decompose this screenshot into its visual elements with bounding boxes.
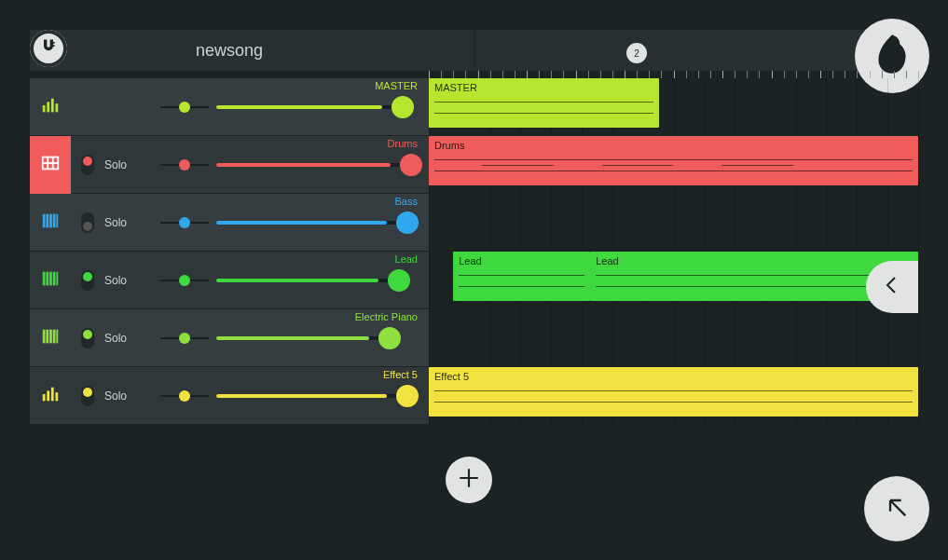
svg-rect-23 [53, 329, 56, 343]
track-name-label: Drums [388, 138, 418, 149]
svg-rect-22 [49, 329, 52, 343]
song-position-marker[interactable]: 2 [626, 43, 647, 63]
track-header-panel: MASTER Solo Drums Solo [30, 78, 429, 425]
menu-button[interactable] [30, 30, 67, 67]
track-name-label: MASTER [375, 80, 418, 91]
svg-rect-0 [52, 42, 54, 44]
track-row: Solo Drums [30, 136, 429, 194]
mixer-icon [40, 95, 61, 119]
pan-slider[interactable] [157, 78, 213, 136]
clip-label: MASTER [434, 82, 477, 93]
svg-rect-4 [51, 98, 54, 112]
timeline-lane[interactable]: Effect 5 [429, 367, 918, 425]
timeline-lane[interactable]: Lead Lead [429, 252, 918, 309]
track-icon-button[interactable] [30, 136, 71, 194]
clip-label: Drums [434, 140, 464, 151]
arrow-up-left-icon [884, 494, 910, 524]
track-icon-button[interactable] [30, 78, 71, 136]
pan-slider[interactable] [157, 136, 213, 194]
svg-rect-20 [43, 329, 46, 343]
chevron-left-icon [881, 274, 903, 300]
timeline-lane[interactable] [429, 309, 918, 367]
svg-rect-14 [56, 213, 58, 227]
keys-icon [40, 326, 61, 350]
clip[interactable]: Drums [429, 136, 918, 185]
track-icon-button[interactable] [30, 309, 71, 367]
panel-collapse-button[interactable] [866, 261, 918, 313]
clip-label: Lead [596, 255, 618, 266]
mixer-icon [40, 384, 61, 408]
track-icon-button[interactable] [30, 367, 71, 425]
svg-rect-27 [51, 387, 54, 401]
track-icon-button[interactable] [30, 252, 71, 309]
timeline-ruler[interactable] [429, 71, 918, 78]
svg-rect-16 [46, 271, 48, 285]
mute-toggle[interactable] [71, 270, 104, 291]
track-name-label: Effect 5 [383, 369, 418, 380]
horseshoe-magnet-icon [39, 37, 58, 60]
svg-rect-25 [43, 394, 46, 401]
solo-button[interactable]: Solo [104, 332, 157, 345]
svg-rect-17 [49, 271, 52, 285]
track-row: Solo Lead [30, 252, 429, 309]
solo-button[interactable]: Solo [104, 389, 157, 403]
solo-button[interactable]: Solo [104, 158, 157, 171]
keys-icon [40, 268, 61, 293]
track-name-label: Bass [395, 196, 418, 207]
svg-rect-10 [43, 213, 46, 227]
svg-rect-24 [56, 329, 58, 343]
solo-button[interactable]: Solo [104, 274, 157, 287]
timeline-lane[interactable]: Drums [429, 136, 918, 194]
timeline-panel[interactable]: MASTER Drums Lead Lead Effect 5 [429, 78, 918, 560]
clip[interactable]: MASTER [429, 78, 659, 128]
svg-rect-18 [53, 271, 56, 285]
track-row: Solo Bass [30, 194, 429, 252]
add-track-button[interactable] [446, 457, 492, 503]
mute-toggle[interactable] [71, 386, 104, 406]
expand-button[interactable] [864, 476, 929, 541]
svg-rect-3 [47, 102, 49, 112]
svg-rect-28 [56, 392, 59, 401]
pan-slider[interactable] [157, 194, 213, 252]
svg-rect-12 [49, 213, 52, 227]
svg-rect-5 [56, 103, 59, 112]
pan-slider[interactable] [157, 367, 213, 425]
track-row: MASTER [30, 78, 429, 136]
timeline-lane[interactable]: MASTER [429, 78, 918, 136]
mute-toggle[interactable] [71, 155, 104, 175]
svg-rect-13 [53, 213, 56, 227]
track-icon-button[interactable] [30, 194, 71, 252]
solo-button[interactable]: Solo [104, 216, 157, 229]
svg-rect-2 [43, 105, 46, 112]
clip-label: Effect 5 [434, 371, 469, 382]
clip-label: Lead [459, 255, 481, 266]
svg-rect-15 [43, 271, 46, 285]
mute-toggle[interactable] [71, 328, 104, 348]
svg-rect-21 [46, 329, 48, 343]
pan-slider[interactable] [157, 309, 213, 367]
song-title[interactable]: newsong [30, 30, 429, 71]
svg-rect-11 [46, 213, 48, 227]
keys-icon [40, 211, 61, 235]
pan-slider[interactable] [157, 252, 213, 309]
track-name-label: Electric Piano [355, 311, 418, 322]
grid-icon [40, 153, 61, 177]
track-name-label: Lead [395, 253, 418, 265]
track-row: Solo Electric Piano [30, 309, 429, 367]
track-row: Solo Effect 5 [30, 367, 429, 425]
mute-toggle[interactable] [71, 212, 104, 233]
app-root: newsong 2 MASTER [0, 0, 948, 560]
svg-rect-19 [56, 271, 58, 285]
clip[interactable]: Lead [453, 252, 590, 301]
plus-icon [457, 466, 481, 494]
svg-rect-1 [52, 45, 54, 47]
timeline-lane[interactable] [429, 194, 918, 252]
clip[interactable]: Effect 5 [429, 367, 918, 417]
svg-rect-26 [47, 390, 49, 401]
top-bar: newsong [30, 30, 918, 71]
